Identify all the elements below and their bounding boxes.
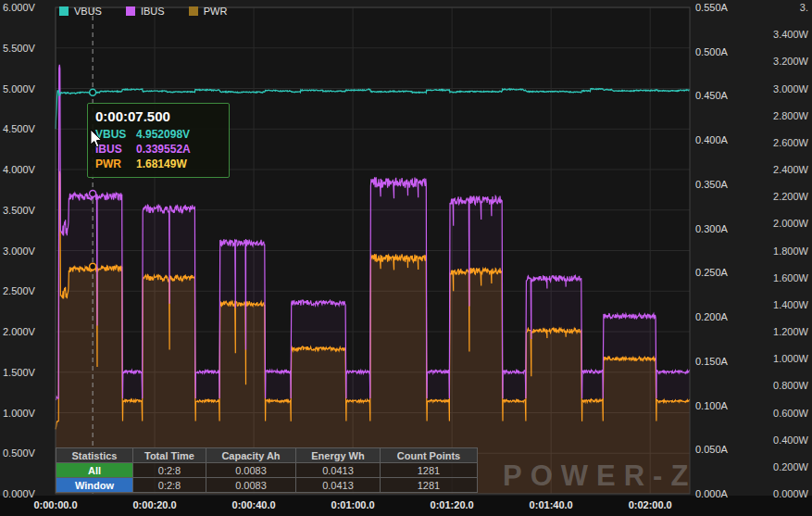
power-tick-label: 1.600W [773, 272, 808, 283]
power-tick-label: 2.400W [773, 165, 808, 175]
power-tick-label: 0.800W [773, 381, 808, 391]
tooltip-row-vbus: VBUS4.952098V [95, 127, 221, 142]
time-tick-label: 0:02:00.0 [629, 499, 672, 510]
legend-swatch-icon [59, 6, 69, 16]
stats-value-cell: 0.0413 [296, 463, 381, 478]
current-tick-label: 0.300A [695, 223, 728, 233]
power-tick-label: 3.200W [773, 57, 808, 67]
power-tick-label: 1.800W [773, 245, 808, 256]
time-tick-label: 0:00:20.0 [132, 499, 176, 510]
power-tick-label: 1.000W [773, 354, 808, 364]
legend-swatch-icon [126, 6, 135, 16]
voltage-tick-label: 2.000V [3, 327, 35, 337]
stats-value-cell: 1281 [381, 463, 478, 478]
current-tick-label: 0.200A [695, 312, 728, 322]
time-tick-label: 0:00:00.0 [33, 499, 77, 510]
stats-row-window: Window0:2:80.00830.04131281 [56, 478, 478, 493]
power-tick-label: 0.200W [773, 461, 808, 472]
tooltip-row-ibus: IBUS0.339552A [95, 142, 221, 157]
stats-header-cell: Statistics [56, 448, 133, 463]
chart-tooltip: 0:00:07.500 VBUS4.952098VIBUS0.339552APW… [87, 103, 230, 178]
power-tick-label: 2.200W [773, 192, 808, 202]
tooltip-series-value: 4.952098V [136, 127, 190, 142]
power-tick-label: 0.600W [773, 408, 808, 418]
current-tick-label: 0.500A [695, 46, 728, 57]
voltage-tick-label: 0.500V [3, 448, 35, 459]
voltage-tick-label: 3.000V [3, 245, 35, 256]
tooltip-series-name: PWR [95, 157, 136, 171]
stats-row-label-window[interactable]: Window [56, 478, 133, 493]
power-tick-label: 3. [800, 3, 808, 13]
voltage-tick-label: 5.000V [3, 83, 35, 94]
voltage-tick-label: 6.000V [3, 3, 35, 13]
power-tick-label: 2.000W [773, 219, 808, 229]
power-z-app: VBUSIBUSPWR 6.000V5.500V5.000V4.500V4.00… [0, 0, 812, 516]
voltage-tick-label: 4.500V [3, 124, 35, 134]
stats-value-cell: 1281 [381, 478, 478, 493]
time-tick-label: 0:01:00.0 [331, 499, 375, 510]
power-z-watermark: POWER-Z [503, 459, 696, 493]
current-tick-label: 0.400A [695, 135, 728, 145]
tooltip-series-value: 0.339552A [136, 142, 191, 157]
voltage-tick-label: 5.500V [3, 43, 35, 53]
chart-canvas[interactable] [0, 0, 812, 516]
voltage-tick-label: 4.000V [3, 165, 35, 175]
power-tick-label: 2.800W [773, 110, 808, 120]
stats-value-cell: 0.0083 [206, 478, 296, 493]
stats-value-cell: 0:2:8 [133, 478, 206, 493]
voltage-tick-label: 1.000V [3, 408, 35, 418]
current-tick-label: 0.450A [695, 91, 728, 101]
power-tick-label: 1.400W [773, 299, 808, 309]
stats-value-cell: 0.0083 [206, 463, 296, 478]
power-tick-label: 1.200W [773, 327, 808, 337]
legend-label: IBUS [141, 6, 165, 17]
legend-item-ibus[interactable]: IBUS [126, 6, 165, 17]
legend-item-pwr[interactable]: PWR [189, 6, 228, 17]
current-tick-label: 0.050A [695, 445, 728, 455]
tooltip-rows: VBUS4.952098VIBUS0.339552APWR1.68149W [95, 127, 221, 171]
current-tick-label: 0.250A [695, 268, 728, 278]
power-tick-label: 0.000W [773, 489, 808, 499]
time-tick-label: 0:00:40.0 [232, 499, 276, 510]
stats-row-all: All0:2:80.00830.04131281 [56, 463, 478, 478]
time-tick-label: 0:01:40.0 [530, 499, 573, 510]
legend-item-vbus[interactable]: VBUS [59, 6, 102, 17]
tooltip-series-value: 1.68149W [136, 157, 187, 171]
voltage-tick-label: 2.500V [3, 286, 35, 296]
stats-value-cell: 0:2:8 [133, 463, 206, 478]
current-tick-label: 0.350A [695, 179, 728, 189]
stats-header-cell: Capacity Ah [206, 448, 296, 463]
voltage-tick-label: 1.500V [3, 367, 35, 377]
stats-value-cell: 0.0413 [296, 478, 381, 493]
stats-row-label-all[interactable]: All [56, 463, 133, 478]
legend-label: VBUS [74, 6, 102, 17]
stats-header-cell: Total Time [133, 448, 206, 463]
voltage-tick-label: 0.000V [3, 489, 35, 499]
current-tick-label: 0.000A [695, 489, 728, 499]
legend-label: PWR [204, 6, 228, 17]
tooltip-row-pwr: PWR1.68149W [95, 157, 221, 171]
current-tick-label: 0.550A [695, 3, 728, 13]
stats-header-cell: Count Points [381, 448, 478, 463]
power-tick-label: 3.000W [773, 83, 808, 94]
current-tick-label: 0.150A [695, 356, 728, 366]
current-tick-label: 0.100A [695, 400, 728, 410]
time-tick-label: 0:01:20.0 [431, 499, 474, 510]
mouse-cursor [90, 130, 105, 150]
stats-header-cell: Energy Wh [296, 448, 381, 463]
stats-header-row: StatisticsTotal TimeCapacity AhEnergy Wh… [56, 448, 478, 463]
legend-swatch-icon [189, 6, 198, 16]
chart-legend: VBUSIBUSPWR [59, 6, 227, 17]
tooltip-time: 0:00:07.500 [95, 108, 221, 124]
power-tick-label: 2.600W [773, 137, 808, 147]
voltage-tick-label: 3.500V [3, 205, 35, 215]
power-tick-label: 3.400W [773, 30, 808, 40]
power-tick-label: 0.400W [773, 434, 808, 445]
statistics-table: StatisticsTotal TimeCapacity AhEnergy Wh… [56, 447, 478, 493]
